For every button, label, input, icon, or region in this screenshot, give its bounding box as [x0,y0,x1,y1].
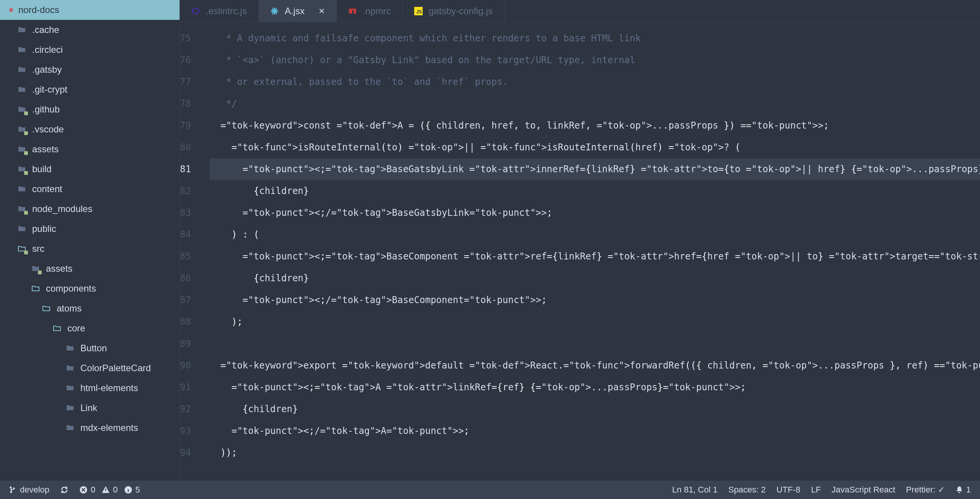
code-line[interactable]: ="tok-punct"><;="tok-tag">A ="tok-attr">… [209,377,980,398]
folder-icon [65,383,75,393]
tree-item-colorpalettecard[interactable]: ColorPaletteCard [0,358,180,378]
language-mode[interactable]: JavaScript React [831,485,895,495]
tree-item-public[interactable]: public [0,219,180,239]
tree-item-src[interactable]: src [0,239,180,259]
tree-item--circleci[interactable]: .circleci [0,40,180,60]
folder-open-icon [31,284,41,294]
editor-tabs[interactable]: .eslintrc.jsA.jsx✕.npmrcJSgatsby-config.… [180,0,980,22]
tab-a-jsx[interactable]: A.jsx✕ [259,0,337,22]
code-line[interactable]: )); [209,442,980,464]
sync-status[interactable] [60,486,69,494]
tree-item--github[interactable]: .github [0,99,180,119]
code-line[interactable]: {children} [209,180,980,202]
tree-item-link[interactable]: Link [0,398,180,418]
indentation[interactable]: Spaces: 2 [728,485,766,495]
tree-item-label: node_modules [32,204,92,214]
modified-dot-icon [9,8,13,12]
code-line[interactable] [209,333,980,355]
tree-item-label: ColorPaletteCard [80,363,151,373]
tree-root[interactable]: nord-docs [0,0,180,20]
git-branch[interactable]: develop [9,485,49,495]
file-icon [270,7,279,15]
code-line[interactable]: ="tok-keyword">export ="tok-keyword">def… [209,355,980,377]
folder-icon [65,343,75,353]
svg-text:JS: JS [416,9,422,15]
code-line[interactable]: {children} [209,398,980,420]
bell-icon [956,486,963,494]
tree-item--gatsby[interactable]: .gatsby [0,60,180,80]
tab--eslintrc-js[interactable]: .eslintrc.js [180,0,259,22]
folder-icon [31,264,41,274]
folder-icon [17,184,27,194]
file-explorer[interactable]: nord-docs .cache.circleci.gatsby.git-cry… [0,0,180,481]
tree-item-build[interactable]: build [0,159,180,179]
file-icon [191,7,200,15]
svg-point-1 [274,10,275,12]
code-line[interactable]: ="tok-punct"><;/="tok-tag">A="tok-punct"… [209,420,980,442]
code-line[interactable]: */ [209,93,980,115]
code-line[interactable]: {children} [209,267,980,289]
tree-item-label: build [32,164,52,174]
encoding[interactable]: UTF-8 [776,485,800,495]
code-editor[interactable]: 7576777879808182838485868788899091929394… [180,22,980,481]
code-line[interactable]: ="tok-punct"><;="tok-tag">BaseComponent … [209,246,980,267]
code-line[interactable]: * `<a>` (anchor) or a "Gatsby Link" base… [209,49,980,71]
code-line[interactable]: ="tok-punct"><;/="tok-tag">BaseGatsbyLin… [209,202,980,224]
close-icon[interactable]: ✕ [318,7,325,16]
svg-rect-6 [352,10,354,13]
code-line[interactable]: ="tok-keyword">const ="tok-def">A = ({ c… [209,115,980,137]
folder-open-icon [52,323,62,333]
tree-item-node-modules[interactable]: node_modules [0,199,180,219]
folder-icon [17,224,27,234]
info-icon [124,486,132,494]
folder-icon [17,144,27,154]
tree-item--vscode[interactable]: .vscode [0,119,180,139]
code-line[interactable]: * A dynamic and failsafe component which… [209,28,980,49]
tree-item-label: .git-crypt [32,84,67,95]
error-icon [79,486,88,494]
tree-item-label: assets [32,144,59,155]
folder-icon [17,65,27,75]
code-line[interactable]: ="tok-punct"><;/="tok-tag">BaseComponent… [209,289,980,311]
code-line[interactable]: ="tok-punct"><;="tok-tag">BaseGatsbyLink… [209,158,980,180]
tree-item--git-crypt[interactable]: .git-crypt [0,80,180,99]
tree-item-atoms[interactable]: atoms [0,298,180,318]
tree-item-assets[interactable]: assets [0,139,180,159]
tree-item--cache[interactable]: .cache [0,20,180,40]
folder-open-icon [17,244,27,254]
svg-marker-0 [193,8,199,14]
code-line[interactable]: ) : ( [209,224,980,246]
tree-item-assets[interactable]: assets [0,259,180,279]
folder-icon [17,164,27,174]
folder-icon [17,45,27,55]
formatter[interactable]: Prettier: ✓ [906,485,945,495]
tree-item-components[interactable]: components [0,279,180,298]
cursor-position[interactable]: Ln 81, Col 1 [672,485,718,495]
editor-area: .eslintrc.jsA.jsx✕.npmrcJSgatsby-config.… [180,0,980,481]
tree-root-label: nord-docs [18,5,59,15]
eol[interactable]: LF [811,485,821,495]
tree-item-button[interactable]: Button [0,338,180,358]
tree-item-core[interactable]: core [0,318,180,338]
tab-label: gatsby-config.js [429,6,493,16]
problems[interactable]: 0 0 5 [79,485,140,495]
tree-item-label: content [32,184,62,194]
code-line[interactable]: ); [209,311,980,333]
notifications[interactable]: 1 [956,485,971,495]
tree-item-html-elements[interactable]: html-elements [0,378,180,398]
tree-item-content[interactable]: content [0,179,180,199]
tab-label: .npmrc [363,6,391,16]
tab--npmrc[interactable]: .npmrc [337,0,403,22]
tree-item-label: core [67,323,85,334]
tree-item-label: .github [32,104,60,115]
status-bar: develop 0 0 5 Ln 81, Col 1 Spaces: 2 UTF… [0,481,980,499]
folder-icon [17,104,27,114]
tree-item-label: html-elements [80,383,138,393]
code-line[interactable]: ="tok-func">isRouteInternal(to) ="tok-op… [209,137,980,158]
code-content[interactable]: * A dynamic and failsafe component which… [209,28,980,481]
file-icon [348,7,357,15]
tree-item-mdx-elements[interactable]: mdx-elements [0,418,180,438]
tab-gatsby-config-js[interactable]: JSgatsby-config.js [403,0,505,22]
code-line[interactable]: * or external, passed to the `to` and `h… [209,71,980,93]
sync-icon [60,486,69,494]
